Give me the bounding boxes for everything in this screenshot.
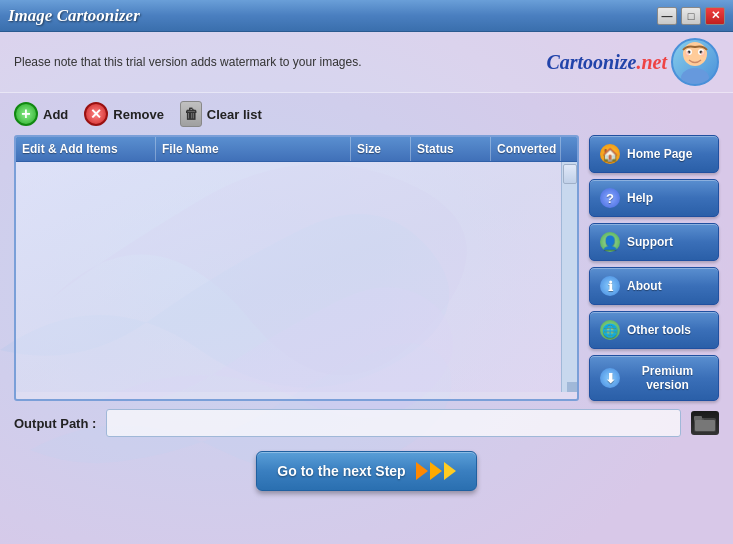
- header: Please note that this trial version adds…: [0, 32, 733, 93]
- home-icon: 🏠: [600, 144, 620, 164]
- clear-icon: 🗑: [180, 101, 202, 127]
- toolbar: + Add ✕ Remove 🗑 Clear list: [0, 93, 733, 135]
- tools-icon: 🌐: [600, 320, 620, 340]
- resize-handle[interactable]: [567, 382, 577, 392]
- remove-button[interactable]: ✕ Remove: [84, 102, 164, 126]
- file-list[interactable]: Edit & Add Items File Name Size Status C…: [14, 135, 579, 401]
- window-title: Image Cartoonizer: [8, 6, 140, 26]
- output-path-input[interactable]: [106, 409, 681, 437]
- main-content: Edit & Add Items File Name Size Status C…: [0, 135, 733, 401]
- about-button[interactable]: ℹ About: [589, 267, 719, 305]
- next-step-button[interactable]: Go to the next Step: [256, 451, 476, 491]
- other-tools-button[interactable]: 🌐 Other tools: [589, 311, 719, 349]
- support-button[interactable]: 👤 Support: [589, 223, 719, 261]
- output-path-area: Output Path :: [0, 401, 733, 445]
- table-body: [16, 162, 577, 392]
- logo-avatar: [671, 38, 719, 86]
- svg-rect-11: [694, 416, 702, 420]
- arrow2: [430, 462, 442, 480]
- about-icon: ℹ: [600, 276, 620, 296]
- svg-point-8: [701, 51, 705, 57]
- logo-text: Cartoonize.net: [546, 51, 667, 74]
- next-arrows-icon: [416, 462, 456, 480]
- output-label: Output Path :: [14, 416, 96, 431]
- col-scroll: [561, 137, 577, 161]
- sidebar: 🏠 Home Page ? Help 👤 Support ℹ About 🌐 O…: [589, 135, 719, 401]
- maximize-button[interactable]: □: [681, 7, 701, 25]
- scrollbar-thumb[interactable]: [563, 164, 577, 184]
- premium-icon: ⬇: [600, 368, 620, 388]
- col-edit: Edit & Add Items: [16, 137, 156, 161]
- col-size: Size: [351, 137, 411, 161]
- col-filename: File Name: [156, 137, 351, 161]
- col-converted: Converted: [491, 137, 561, 161]
- homepage-button[interactable]: 🏠 Home Page: [589, 135, 719, 173]
- svg-point-2: [681, 68, 709, 84]
- title-bar: Image Cartoonizer — □ ✕: [0, 0, 733, 32]
- browse-folder-button[interactable]: [691, 411, 719, 435]
- clear-list-button[interactable]: 🗑 Clear list: [180, 101, 262, 127]
- next-step-area: Go to the next Step: [0, 445, 733, 497]
- logo: Cartoonize.net: [546, 38, 719, 86]
- add-icon: +: [14, 102, 38, 126]
- help-button[interactable]: ? Help: [589, 179, 719, 217]
- arrow1: [416, 462, 428, 480]
- col-status: Status: [411, 137, 491, 161]
- help-icon: ?: [600, 188, 620, 208]
- minimize-button[interactable]: —: [657, 7, 677, 25]
- trial-notice: Please note that this trial version adds…: [14, 55, 362, 69]
- window-controls: — □ ✕: [657, 7, 725, 25]
- svg-point-7: [685, 51, 689, 57]
- support-icon: 👤: [600, 232, 620, 252]
- arrow3: [444, 462, 456, 480]
- add-button[interactable]: + Add: [14, 102, 68, 126]
- svg-rect-12: [695, 420, 715, 431]
- scrollbar-track[interactable]: [561, 162, 577, 392]
- table-header: Edit & Add Items File Name Size Status C…: [16, 137, 577, 162]
- premium-version-button[interactable]: ⬇ Premium version: [589, 355, 719, 401]
- remove-icon: ✕: [84, 102, 108, 126]
- close-button[interactable]: ✕: [705, 7, 725, 25]
